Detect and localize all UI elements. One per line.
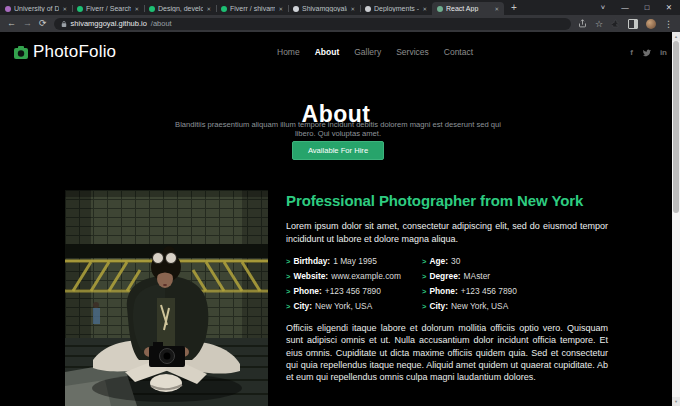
tab-favicon-icon	[77, 6, 83, 12]
fact-label: Age:	[429, 256, 448, 266]
new-tab-button[interactable]: +	[511, 1, 517, 15]
nav-item-services[interactable]: Services	[396, 47, 429, 57]
fact-website: > Website:www.example.com	[286, 271, 422, 281]
linkedin-icon[interactable]: in	[660, 48, 667, 57]
reload-icon[interactable]: ⟳	[39, 15, 47, 32]
share-icon[interactable]	[578, 19, 587, 28]
facts-list: > Birthday:1 May 1995 > Age:30 > Website…	[286, 256, 608, 311]
web-page: PhotoFolio Home About Gallery Services C…	[0, 32, 680, 406]
fact-value: New York, USA	[315, 301, 372, 311]
close-button[interactable]: ✕	[658, 3, 680, 12]
maximize-button[interactable]: □	[636, 3, 658, 12]
fact-label: Birthday:	[293, 256, 330, 266]
facebook-icon[interactable]: f	[630, 48, 633, 57]
body-paragraph: Officiis eligendi itaque labore et dolor…	[286, 322, 608, 383]
tab-title: Fiverr / shivamgo	[230, 5, 275, 12]
address-bar[interactable]: shivamggoyal.github.io/about	[54, 18, 571, 30]
fact-label: Phone:	[429, 286, 457, 296]
forward-icon[interactable]: →	[23, 15, 32, 32]
extensions-puzzle-icon[interactable]	[611, 19, 620, 28]
browser-tab[interactable]: Fiverr / shivamgo ✕	[216, 2, 288, 15]
browser-tab[interactable]: Deployments - Sh ✕	[360, 2, 432, 15]
chevron-right-icon: >	[422, 302, 426, 311]
photographer-photo	[65, 190, 268, 406]
site-logo[interactable]: PhotoFolio	[14, 32, 116, 72]
nav-item-home[interactable]: Home	[277, 47, 300, 57]
scrollbar-thumb[interactable]	[673, 41, 679, 213]
fact-value: 1 May 1995	[333, 256, 377, 266]
window-controls: ˅ — □ ✕	[592, 0, 680, 15]
browser-tab-active[interactable]: React App ✕	[432, 2, 504, 15]
nav-item-about[interactable]: About	[315, 47, 340, 57]
toolbar-actions: ☆ ⋮	[578, 19, 673, 29]
chevron-right-icon: >	[286, 287, 290, 296]
site-nav: Home About Gallery Services Contact	[277, 32, 473, 72]
tab-favicon-icon	[221, 6, 227, 12]
tab-title: Shivamggoyal/Ph	[302, 5, 347, 12]
available-for-hire-button[interactable]: Available For Hire	[292, 141, 384, 160]
fact-phone: > Phone:+123 456 7890	[286, 286, 422, 296]
fact-value: 30	[451, 256, 460, 266]
browser-tab[interactable]: University of Delhi ✕	[0, 2, 72, 15]
tab-strip: University of Delhi ✕ Fiverr / Search Re…	[0, 0, 680, 15]
tab-close-icon[interactable]: ✕	[494, 6, 499, 12]
nav-item-contact[interactable]: Contact	[444, 47, 473, 57]
browser-tab[interactable]: Design, develop a ✕	[144, 2, 216, 15]
side-panel-icon[interactable]	[628, 19, 638, 29]
tab-title: React App	[446, 5, 491, 12]
tab-favicon-icon	[365, 6, 371, 12]
fact-age: > Age:30	[422, 256, 608, 266]
tab-favicon-icon	[437, 6, 443, 12]
tab-favicon-icon	[149, 6, 155, 12]
bookmark-star-icon[interactable]: ☆	[595, 19, 603, 29]
scroll-down-icon[interactable]: ▼	[672, 397, 680, 406]
tab-close-icon[interactable]: ✕	[278, 6, 283, 12]
twitter-icon[interactable]	[642, 48, 651, 57]
camera-icon	[14, 46, 28, 59]
back-icon[interactable]: ←	[7, 15, 16, 32]
tab-title: Design, develop a	[158, 5, 203, 12]
tab-title: Deployments - Sh	[374, 5, 419, 12]
chevron-right-icon: >	[286, 272, 290, 281]
tab-close-icon[interactable]: ✕	[206, 6, 211, 12]
scroll-up-icon[interactable]: ▲	[672, 32, 680, 41]
nav-item-gallery[interactable]: Gallery	[354, 47, 381, 57]
profile-avatar[interactable]	[646, 19, 656, 29]
fact-degree: > Degree:MAster	[422, 271, 608, 281]
fact-label: City:	[429, 301, 448, 311]
tab-title: University of Delhi	[14, 5, 59, 12]
fact-label: Phone:	[293, 286, 321, 296]
site-header: PhotoFolio Home About Gallery Services C…	[0, 32, 680, 72]
tab-close-icon[interactable]: ✕	[422, 6, 427, 12]
chevron-right-icon: >	[286, 302, 290, 311]
tab-close-icon[interactable]: ✕	[134, 6, 139, 12]
browser-tab[interactable]: Shivamggoyal/Ph ✕	[288, 2, 360, 15]
chevron-right-icon: >	[422, 272, 426, 281]
page-scrollbar[interactable]: ▲ ▼	[672, 32, 680, 406]
about-content: Professional Photographer from New York …	[286, 192, 608, 392]
chevron-right-icon: >	[422, 257, 426, 266]
brand-name: PhotoFolio	[33, 42, 116, 62]
fact-label: Website:	[293, 271, 328, 281]
browser-menu-icon[interactable]: ⋮	[664, 19, 673, 29]
fact-label: Degree:	[429, 271, 460, 281]
chevron-right-icon: >	[422, 287, 426, 296]
tab-title: Fiverr / Search Re	[86, 5, 131, 12]
browser-toolbar: ← → ⟳ shivamggoyal.github.io/about ☆ ⋮	[0, 15, 680, 32]
fact-birthday: > Birthday:1 May 1995	[286, 256, 422, 266]
social-links: f in	[630, 32, 667, 72]
minimize-button[interactable]: —	[614, 3, 636, 12]
fact-city-2: > City:New York, USA	[422, 301, 608, 311]
section-heading: Professional Photographer from New York	[286, 192, 608, 209]
intro-paragraph: Lorem ipsum dolor sit amet, consectetur …	[286, 220, 608, 245]
fact-value: MAster	[464, 271, 491, 281]
browser-window: University of Delhi ✕ Fiverr / Search Re…	[0, 0, 680, 406]
tab-close-icon[interactable]: ✕	[62, 6, 67, 12]
page-subtitle: Blanditiis praesentium aliquam illum tem…	[168, 120, 508, 139]
tab-search-icon[interactable]: ˅	[592, 3, 614, 12]
tab-close-icon[interactable]: ✕	[350, 6, 355, 12]
browser-tab[interactable]: Fiverr / Search Re ✕	[72, 2, 144, 15]
tab-favicon-icon	[5, 6, 11, 12]
fact-value: +123 456 7890	[461, 286, 517, 296]
fact-value: New York, USA	[451, 301, 508, 311]
